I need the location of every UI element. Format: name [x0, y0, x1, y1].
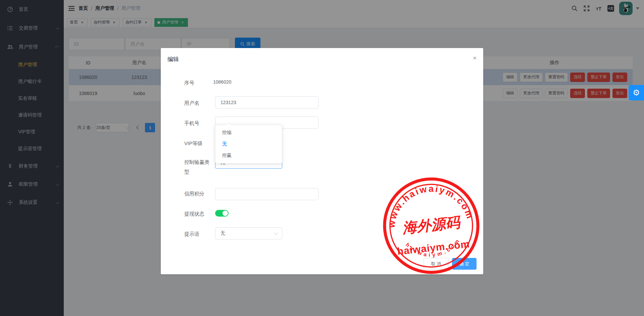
dialog-title: 编辑	[167, 55, 179, 63]
control-type-dropdown: 控输 无 控赢	[215, 125, 282, 164]
close-icon[interactable]: ×	[473, 55, 477, 61]
dropdown-option-control-win[interactable]: 控赢	[215, 150, 282, 161]
app-window: 首页 交易管理 用户管理 用户管理 用户银行卡 实名审核 邀请码管理 VIP管理…	[0, 0, 644, 316]
username-label: 用户名	[184, 98, 212, 108]
phone-label: 手机号	[184, 119, 212, 128]
tips-label: 提示语	[184, 229, 212, 239]
serial-label: 序号	[184, 78, 212, 88]
edit-dialog: 编辑 × 序号 1086020 用户名 手机号 VIP等级 无 控制输赢类型 无…	[161, 48, 483, 274]
withdraw-status-label: 提现状态	[184, 209, 212, 219]
tips-select[interactable]: 无	[215, 227, 282, 239]
credit-label: 信用积分	[184, 189, 212, 199]
gear-icon: ⚙	[633, 88, 640, 97]
dropdown-option-control-lose[interactable]: 控输	[215, 127, 282, 138]
tips-select-value: 无	[220, 230, 225, 236]
control-type-label: 控制输赢类型	[184, 157, 212, 177]
dropdown-option-none[interactable]: 无	[215, 138, 282, 150]
settings-gear-button[interactable]: ⚙	[629, 85, 644, 100]
vip-label: VIP等级	[184, 139, 212, 148]
confirm-button[interactable]: 确 定	[452, 258, 477, 270]
chevron-down-icon	[274, 231, 278, 235]
credit-input[interactable]	[215, 188, 318, 200]
username-input[interactable]	[215, 96, 318, 108]
withdraw-toggle[interactable]	[215, 210, 229, 217]
serial-value: 1086020	[213, 79, 232, 85]
cancel-button[interactable]: 取 消	[424, 258, 449, 270]
